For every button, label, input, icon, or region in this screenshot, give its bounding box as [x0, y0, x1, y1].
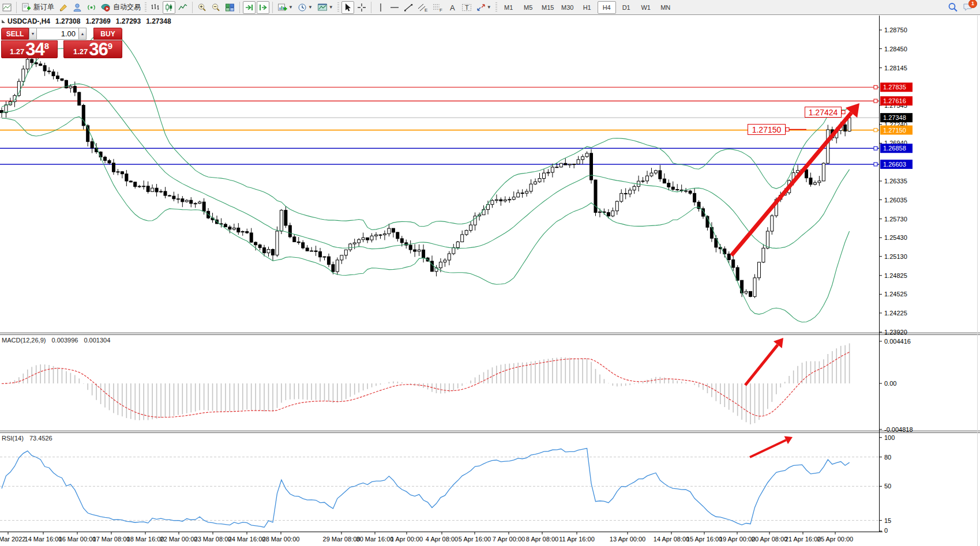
bollinger-middle-band [2, 84, 850, 248]
buy-price-point: 9 [108, 42, 112, 50]
sell-button[interactable]: SELL [1, 28, 29, 40]
buy-price-pips: 36 [89, 42, 107, 58]
macd-tick-label: -0.004818 [884, 426, 913, 433]
time-tick-label: 23 Mar 08:00 [194, 536, 232, 543]
time-tick-label: 8 Apr 08:00 [526, 536, 558, 543]
rsi-tick-label: 80 [884, 454, 891, 461]
level-anchor-knob[interactable] [874, 163, 877, 166]
trend-arrow[interactable] [745, 338, 783, 385]
rsi-tick-label: 50 [884, 483, 891, 489]
chart-price-label[interactable]: 1.27424 [805, 107, 842, 118]
rsi-tick-label: 15 [884, 517, 891, 524]
volume-input[interactable] [37, 28, 78, 40]
time-tick-label: 25 Apr 00:00 [817, 536, 853, 543]
macd-pane [2, 338, 850, 424]
volume-increase-button[interactable]: ▲ [78, 28, 87, 40]
chart-price-label[interactable]: 1.27150 [748, 124, 786, 135]
level-anchor-knob[interactable] [874, 146, 877, 150]
price-tick-label: 1.26035 [884, 197, 907, 204]
chart-symbol-period: USDCAD-,H4 [7, 17, 50, 25]
candlesticks [1, 55, 851, 298]
sell-price-tile[interactable]: 1.27 34 8 [1, 40, 58, 58]
price-tick-label: 1.25430 [884, 234, 907, 241]
price-tick-label: 1.25730 [884, 216, 907, 223]
rsi-label: RSI(14) [2, 435, 24, 442]
price-badge-label: 1.27616 [883, 97, 906, 104]
buy-button[interactable]: BUY [93, 28, 122, 40]
chart-canvas[interactable]: 1.287501.284501.281451.275451.272401.269… [0, 0, 980, 546]
rsi-tick-label: 0 [884, 527, 888, 534]
buy-price-tile[interactable]: 1.27 36 9 [63, 40, 122, 58]
trend-arrow[interactable] [750, 436, 793, 457]
time-tick-label: 19 Apr 00:00 [719, 536, 755, 543]
macd-tick-label: 0.00 [884, 380, 896, 387]
price-badge-label: 1.26603 [883, 161, 906, 168]
price-tick-label: 1.26335 [884, 178, 907, 184]
time-tick-label: 14 Apr 08:00 [654, 536, 689, 543]
volume-decrease-button[interactable]: ▼ [29, 28, 37, 40]
price-tick-label: 1.24525 [884, 291, 907, 298]
collapse-triangle-icon[interactable] [2, 20, 5, 23]
time-tick-label: 13 Apr 00:00 [610, 536, 645, 543]
mt4-terminal-window: { "toolbar": { "new_order": "新订单", "auto… [0, 0, 980, 546]
time-tick-label: 11 Mar 2022 [0, 536, 25, 543]
time-tick-label: 5 Apr 16:00 [459, 536, 491, 543]
time-tick-label: 16 Mar 00:00 [59, 536, 96, 543]
price-tick-label: 1.28145 [884, 65, 907, 71]
time-tick-label: 1 Apr 00:00 [391, 536, 423, 543]
main-price-pane [0, 28, 879, 322]
price-tick-label: 1.24225 [884, 310, 907, 317]
time-tick-label: 4 Apr 08:00 [426, 536, 458, 543]
macd-tick-label: 0.004416 [884, 338, 911, 345]
ohlc-high: 1.27369 [85, 17, 110, 25]
buy-price-base: 1.27 [73, 46, 88, 58]
price-tick-label: 1.28450 [884, 46, 907, 52]
price-badge-label: 1.27835 [883, 84, 906, 91]
sell-price-pips: 34 [25, 42, 44, 58]
time-tick-label: 29 Mar 08:00 [323, 536, 361, 543]
level-anchor-knob[interactable] [874, 129, 877, 132]
price-badge-label: 1.27150 [883, 127, 906, 134]
macd-signal-value: 0.001304 [84, 337, 110, 344]
time-tick-label: 17 Mar 08:00 [93, 536, 130, 543]
ohlc-low: 1.27293 [116, 17, 141, 25]
time-tick-label: 7 Apr 00:00 [493, 536, 525, 543]
bollinger-upper-band [2, 28, 850, 230]
sell-price-base: 1.27 [10, 46, 24, 58]
time-tick-label: 22 Mar 00:00 [160, 536, 198, 543]
time-tick-label: 28 Mar 00:00 [262, 536, 300, 543]
time-tick-label: 21 Apr 16:00 [785, 536, 821, 543]
rsi-pane [0, 436, 879, 527]
price-tick-label: 1.24825 [884, 272, 907, 279]
rsi-label-row: RSI(14) 73.4526 [2, 435, 57, 442]
time-axis[interactable]: 11 Mar 202214 Mar 16:0016 Mar 00:0017 Ma… [0, 532, 853, 543]
chart-title-row: USDCAD-,H4 1.27308 1.27369 1.27293 1.273… [2, 17, 177, 25]
price-axis[interactable]: 1.287501.284501.281451.275451.272401.269… [874, 27, 913, 534]
price-tick-label: 1.25130 [884, 253, 907, 260]
rsi-line [2, 449, 850, 528]
macd-label-row: MACD(12,26,9) 0.003996 0.001304 [2, 337, 114, 344]
time-tick-label: 14 Mar 16:00 [25, 536, 62, 543]
bollinger-lower-band [2, 116, 850, 322]
price-label-knob[interactable] [842, 111, 845, 114]
level-anchor-knob[interactable] [874, 85, 877, 89]
time-tick-label: 24 Mar 16:00 [228, 536, 266, 543]
one-click-trading-panel: SELL ▼ ▲ BUY 1.27 34 8 1.27 36 9 [1, 28, 123, 58]
rsi-value: 73.4526 [29, 435, 52, 442]
rsi-tick-label: 100 [884, 434, 895, 441]
price-tick-label: 1.28750 [884, 27, 907, 33]
price-tick-label: 1.23920 [884, 329, 907, 336]
ohlc-close: 1.27348 [146, 17, 171, 25]
macd-label: MACD(12,26,9) [2, 337, 46, 344]
time-tick-label: 20 Apr 08:00 [752, 536, 787, 543]
time-tick-label: 30 Mar 16:00 [356, 536, 394, 543]
ohlc-open: 1.27308 [55, 17, 80, 25]
price-badge-label: 1.27348 [883, 114, 906, 121]
macd-value: 0.003996 [51, 337, 78, 344]
sell-price-point: 8 [44, 42, 49, 50]
price-badge-label: 1.26858 [883, 145, 906, 152]
time-tick-label: 15 Apr 16:00 [686, 536, 722, 543]
price-label-knob[interactable] [786, 128, 789, 131]
time-tick-label: 18 Mar 16:00 [127, 536, 164, 543]
level-anchor-knob[interactable] [874, 99, 877, 103]
